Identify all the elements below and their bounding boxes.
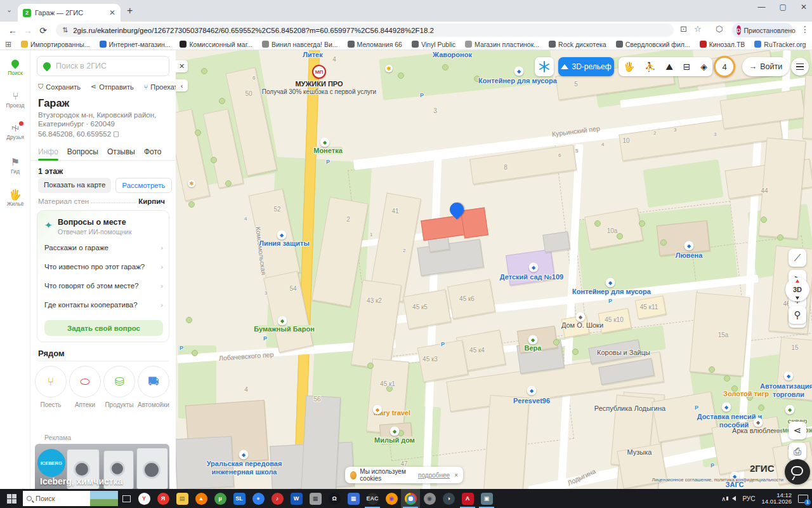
- map-poi-icon[interactable]: ◆: [373, 405, 383, 415]
- browser-tab[interactable]: 2 Гараж — 2ГИС ✕: [18, 4, 121, 22]
- map-poi-icon[interactable]: ◆: [239, 450, 249, 460]
- map-poi-label[interactable]: Peresvet96: [513, 397, 550, 404]
- profile-badge[interactable]: D Приостановлено: [732, 23, 793, 37]
- share-icon[interactable]: ⋖: [789, 422, 806, 439]
- tilt-3d-dial[interactable]: 3D: [785, 277, 809, 302]
- map-poi-icon[interactable]: ◆: [576, 312, 586, 322]
- tab-search-chevron-icon[interactable]: ⌄: [6, 6, 12, 14]
- taskbar-app-firefox[interactable]: ◉: [382, 489, 401, 508]
- taskbar-app-blue-sphere[interactable]: ●: [249, 489, 268, 508]
- map-poi-label[interactable]: Уральская передовая: [207, 460, 282, 467]
- ask-question-button[interactable]: Задать свой вопрос: [44, 320, 163, 336]
- map-poi-label[interactable]: Музыка: [627, 448, 652, 456]
- bookmark-item[interactable]: Меломания 66: [348, 41, 402, 48]
- bookmark-item[interactable]: Rock дискотека: [549, 41, 606, 48]
- tray-expand-chevron[interactable]: ∧: [721, 495, 726, 502]
- relief-3d-button[interactable]: 3D-рельеф: [558, 57, 614, 76]
- bookmark-item[interactable]: Vinyl Public: [412, 41, 455, 48]
- close-panel-button[interactable]: ✕: [176, 60, 188, 72]
- back-button[interactable]: ←: [5, 25, 20, 36]
- layers-icon[interactable]: ◈: [700, 62, 707, 72]
- parking-icon[interactable]: P: [608, 298, 612, 304]
- map-poi-icon[interactable]: ◆: [785, 405, 795, 415]
- view-button[interactable]: Рассмотреть: [115, 178, 171, 193]
- ad-pin-title[interactable]: МУЖИКИ ПРО: [295, 80, 343, 88]
- task-view-button[interactable]: [118, 489, 134, 508]
- save-button[interactable]: ⛉Сохранить: [38, 83, 81, 91]
- cookie-details-link[interactable]: подробнее: [418, 472, 450, 479]
- bookmark-item[interactable]: Кинозал.ТВ: [700, 41, 745, 48]
- print-icon[interactable]: ⎙: [789, 443, 806, 460]
- bookmark-item[interactable]: Импортированны...: [21, 41, 89, 48]
- map-poi-label[interactable]: Бумажный Барон: [254, 325, 315, 333]
- map-poi-label[interactable]: Лювена: [676, 251, 703, 259]
- parking-icon[interactable]: P: [695, 404, 698, 411]
- map-poi-label[interactable]: Литек: [303, 51, 323, 58]
- tab-close-icon[interactable]: ✕: [109, 8, 115, 17]
- taskbar-app-vlc[interactable]: ▲: [192, 489, 211, 508]
- map-poi-label[interactable]: Вера: [525, 344, 542, 352]
- new-tab-button[interactable]: +: [127, 5, 133, 17]
- map-poi-label[interactable]: Линия защиты: [259, 239, 310, 247]
- nearby-category-3[interactable]: ⛁Продукты: [103, 366, 136, 408]
- taskbar-app-gimp[interactable]: ◉: [420, 489, 439, 508]
- notification-center-icon[interactable]: 1: [798, 495, 808, 503]
- save-to-device-icon[interactable]: ⊡: [680, 24, 687, 34]
- start-button[interactable]: [0, 489, 23, 508]
- sidebar-item-поиск[interactable]: Поиск: [0, 58, 30, 76]
- taskbar-search[interactable]: Поиск: [23, 491, 118, 506]
- sidebar-item-проезд[interactable]: ⑂Проезд: [0, 91, 30, 109]
- map-menu-button[interactable]: [791, 58, 809, 76]
- ad-pin-logo[interactable]: МП: [312, 65, 326, 79]
- route-button[interactable]: ⑂Проехать: [144, 83, 176, 91]
- ai-question-item[interactable]: Расскажи о гараже›: [44, 244, 163, 251]
- street-view-icon[interactable]: ⚲: [789, 306, 806, 324]
- sidebar-item-жильё[interactable]: 🖐Жильё: [0, 189, 30, 207]
- site-settings-icon[interactable]: ⇅: [62, 26, 68, 34]
- map-poi-icon[interactable]: ◆: [514, 67, 524, 76]
- map-poi-label[interactable]: Контейнер для мусора: [478, 77, 557, 84]
- bookmark-item[interactable]: Винил навсегда! Ви...: [262, 41, 338, 48]
- map-poi-label[interactable]: торговли: [773, 391, 804, 398]
- tab-вопросы[interactable]: Вопросы: [67, 147, 98, 156]
- browser-menu-kebab-icon[interactable]: ⋮: [801, 24, 809, 34]
- map-poi-icon[interactable]: ◆: [390, 427, 400, 436]
- parking-icon[interactable]: P: [710, 462, 714, 469]
- map-poi-icon[interactable]: ◆: [528, 335, 538, 345]
- taskbar-app-media-player[interactable]: ◑: [439, 489, 458, 508]
- sidebar-item-друзья[interactable]: ꑭДрузья: [0, 123, 30, 140]
- map-poi-label[interactable]: Жаворонок: [433, 51, 472, 58]
- winter-glove-icon[interactable]: 🖐: [624, 62, 634, 72]
- ad-banner[interactable]: ICEBERG Iceberg, химчистка: [35, 444, 169, 489]
- map-poi-label[interactable]: Милый дом: [374, 436, 415, 444]
- map-poi-icon[interactable]: ◆: [784, 371, 794, 381]
- paw-ad-icon[interactable]: ✱: [188, 180, 195, 187]
- tab-инфо[interactable]: Инфо: [38, 147, 58, 156]
- taskbar-app-acrobat[interactable]: A: [458, 489, 477, 508]
- search-input[interactable]: Поиск в 2ГИС: [37, 56, 169, 76]
- cookie-close-icon[interactable]: ×: [454, 472, 458, 479]
- map-poi-icon[interactable]: ◆: [527, 386, 537, 396]
- taskbar-app-fax-printer[interactable]: ▦: [306, 489, 325, 508]
- paw-ad-icon[interactable]: ✱: [385, 65, 393, 72]
- traffic-score-button[interactable]: 4: [714, 56, 735, 77]
- taskbar-app-movie-camera[interactable]: ▣: [477, 489, 496, 508]
- map-poi-icon[interactable]: ◆: [529, 263, 539, 272]
- reload-button[interactable]: ⟳: [36, 25, 51, 36]
- window-close-button[interactable]: ✕: [801, 3, 807, 11]
- map-poi-icon[interactable]: ◆: [278, 316, 287, 326]
- map-poi-label[interactable]: Республика Лодыгина: [594, 404, 665, 412]
- bookmark-item[interactable]: RuTracker.org: [754, 41, 806, 48]
- friends-icon[interactable]: ⛹: [645, 62, 655, 72]
- taskbar-app-chrome[interactable]: [401, 489, 420, 508]
- login-button[interactable]: → Войти: [742, 57, 789, 76]
- place-coordinates[interactable]: 56.845208, 60.659552: [38, 130, 119, 138]
- map-poi-label[interactable]: Золотой тигр: [723, 390, 769, 398]
- parking-icon[interactable]: P: [326, 159, 330, 165]
- show-on-map-button[interactable]: Показать на карте: [38, 178, 111, 193]
- forward-button[interactable]: →: [20, 25, 36, 36]
- taskbar-app-yandex-search[interactable]: Я: [154, 489, 173, 508]
- extensions-icon[interactable]: ⬡: [716, 24, 723, 34]
- sidebar-item-гид[interactable]: ⚑Гид: [0, 157, 30, 175]
- map-poi-label[interactable]: Автоматизация: [760, 382, 812, 390]
